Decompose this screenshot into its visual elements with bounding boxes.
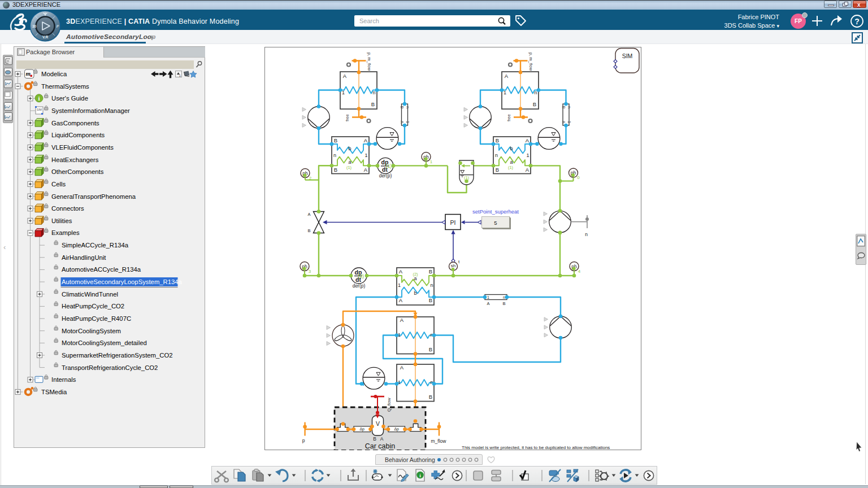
- svg-text:b: b: [510, 146, 513, 151]
- svg-text:1: 1: [504, 90, 506, 95]
- svg-text:V.R: V.R: [42, 35, 49, 39]
- svg-text:Car cabin: Car cabin: [365, 442, 396, 450]
- svg-text:B: B: [429, 346, 432, 352]
- svg-text:MotorCoolingSystem_detailed: MotorCoolingSystem_detailed: [62, 339, 147, 346]
- svg-text:Utilities: Utilities: [51, 217, 72, 224]
- svg-text:GasComponents: GasComponents: [51, 120, 99, 127]
- svg-text:(1): (1): [508, 165, 514, 170]
- svg-text:SIM: SIM: [37, 108, 42, 111]
- svg-text:SupermarketRefrigerationSystem: SupermarketRefrigerationSystem_CO2: [62, 352, 173, 359]
- svg-text:HeatExchangers: HeatExchangers: [51, 156, 99, 163]
- svg-text:B: B: [334, 167, 337, 173]
- svg-text:4: 4: [578, 269, 581, 274]
- svg-text:A: A: [364, 167, 368, 173]
- svg-text:B: B: [307, 228, 310, 233]
- svg-text:5: 5: [494, 220, 497, 226]
- svg-text:p: p: [302, 438, 305, 443]
- svg-text:Examples: Examples: [51, 229, 80, 236]
- svg-text:m: m: [26, 70, 31, 77]
- svg-text:B: B: [373, 436, 376, 442]
- svg-text:1: 1: [430, 159, 433, 164]
- svg-text:n: n: [585, 232, 588, 237]
- svg-text:VLEFluidComponents: VLEFluidComponents: [51, 144, 114, 151]
- svg-text:A: A: [399, 268, 403, 274]
- svg-text:a: a: [414, 276, 416, 281]
- svg-text:1: 1: [567, 121, 571, 123]
- svg-text:1: 1: [179, 74, 181, 77]
- svg-text:B: B: [533, 101, 536, 107]
- svg-text:b: b: [414, 290, 416, 296]
- svg-text:B: B: [400, 106, 404, 109]
- svg-text:ClimaticWindTunnel: ClimaticWindTunnel: [62, 291, 118, 298]
- svg-text:A: A: [400, 317, 404, 323]
- svg-text:SIM: SIM: [622, 53, 633, 59]
- svg-text:free: free: [345, 114, 350, 121]
- svg-text:n: n: [430, 282, 433, 288]
- svg-text:1: 1: [342, 90, 345, 95]
- svg-text:TransportRefrigerationCycle_CO: TransportRefrigerationCycle_CO2: [62, 364, 158, 371]
- svg-text:AirHandlingUnit: AirHandlingUnit: [62, 254, 106, 261]
- svg-text:A: A: [400, 364, 404, 371]
- svg-text:Δp: Δp: [394, 427, 399, 432]
- svg-text:a: a: [510, 159, 513, 165]
- svg-text:a: a: [348, 159, 351, 165]
- svg-text:B: B: [562, 106, 566, 109]
- svg-text:(2): (2): [358, 273, 364, 279]
- svg-text:Connectors: Connectors: [51, 205, 84, 212]
- svg-text:n: n: [495, 152, 498, 158]
- svg-text:(1): (1): [386, 163, 392, 169]
- svg-text:TSMedia: TSMedia: [41, 389, 67, 395]
- svg-text:der(p): der(p): [379, 173, 392, 178]
- svg-text:1: 1: [526, 152, 529, 158]
- svg-text:This model is write protected,: This model is write protected, it has to…: [462, 445, 610, 450]
- svg-text:Δp: Δp: [359, 427, 364, 432]
- svg-text:n: n: [333, 152, 336, 158]
- svg-text:PI: PI: [450, 219, 456, 226]
- svg-text:OtherComponents: OtherComponents: [51, 168, 104, 175]
- svg-text:A: A: [307, 212, 310, 217]
- svg-text:?: ?: [854, 17, 860, 26]
- svg-text:1: 1: [364, 152, 367, 158]
- svg-text:30: 30: [32, 24, 37, 28]
- svg-text:AutomotiveACCycle_R134a: AutomotiveACCycle_R134a: [62, 266, 141, 273]
- svg-text:2: 2: [309, 176, 312, 181]
- svg-text:ThermalSystems: ThermalSystems: [41, 83, 89, 90]
- svg-text:p, m_flow: p, m_flow: [367, 53, 372, 71]
- svg-text:User's Guide: User's Guide: [51, 95, 88, 102]
- svg-text:B: B: [334, 137, 337, 143]
- svg-text:n: n: [406, 106, 410, 108]
- svg-text:free: free: [506, 114, 511, 121]
- svg-text:1: 1: [487, 295, 489, 299]
- svg-text:A: A: [343, 73, 347, 79]
- svg-text:B: B: [371, 101, 375, 107]
- svg-text:3: 3: [309, 269, 311, 274]
- svg-text:MotorCoolingSystem: MotorCoolingSystem: [62, 328, 121, 334]
- svg-text:B: B: [496, 167, 499, 173]
- svg-text:A: A: [399, 297, 403, 303]
- svg-text:B: B: [429, 268, 432, 274]
- svg-text:Modelica: Modelica: [41, 71, 67, 77]
- svg-text:Cells: Cells: [51, 181, 66, 188]
- svg-text:A: A: [364, 137, 368, 143]
- svg-text:(1): (1): [346, 165, 352, 170]
- svg-text:setPoint_superheat: setPoint_superheat: [472, 208, 519, 215]
- svg-text:n: n: [503, 295, 505, 299]
- svg-text:HeatPumpCycle_R407C: HeatPumpCycle_R407C: [62, 315, 131, 322]
- svg-text:SystemInformationManager: SystemInformationManager: [51, 107, 130, 114]
- svg-text:B: B: [502, 301, 505, 306]
- svg-text:n: n: [372, 90, 375, 95]
- svg-text:B: B: [496, 137, 499, 143]
- svg-text:A: A: [380, 436, 384, 442]
- svg-text:der(p): der(p): [353, 283, 366, 289]
- svg-text:B: B: [429, 297, 432, 303]
- svg-text:V: V: [376, 420, 380, 427]
- svg-text:LiquidComponents: LiquidComponents: [51, 132, 105, 138]
- svg-text:HeatPumpCycle_CO2: HeatPumpCycle_CO2: [62, 303, 124, 310]
- svg-text:SimpleACCycle_R134a: SimpleACCycle_R134a: [62, 242, 129, 249]
- svg-text:A: A: [526, 137, 530, 143]
- svg-text:n: n: [534, 90, 537, 95]
- svg-text:Q_flow: Q_flow: [387, 398, 392, 412]
- svg-text:A: A: [562, 121, 566, 124]
- svg-text:sh: sh: [451, 263, 455, 268]
- svg-text:b: b: [348, 146, 351, 151]
